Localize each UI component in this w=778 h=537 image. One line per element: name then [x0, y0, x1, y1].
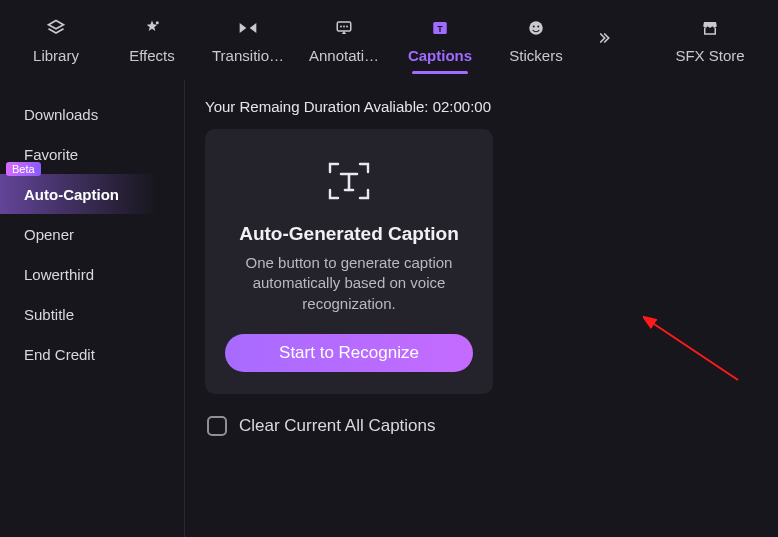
- stickers-icon: [525, 17, 547, 39]
- clear-captions-checkbox[interactable]: [207, 416, 227, 436]
- pointer-arrow-annotation: [643, 314, 753, 394]
- start-recognize-button[interactable]: Start to Recognize: [225, 334, 473, 372]
- transitions-icon: [237, 17, 259, 39]
- svg-point-4: [529, 21, 543, 35]
- tab-label: Effects: [129, 47, 175, 64]
- clear-captions-row: Clear Current All Captions: [207, 416, 758, 436]
- remaining-label: Your Remaing Duration Avaliable:: [205, 98, 433, 115]
- tab-library[interactable]: Library: [8, 0, 104, 80]
- sidebar-item-label: Opener: [24, 226, 74, 243]
- sidebar-item-label: Lowerthird: [24, 266, 94, 283]
- main-area: Downloads Favorite Beta Auto-Caption Ope…: [0, 80, 778, 537]
- tab-label: Stickers: [509, 47, 562, 64]
- svg-point-0: [156, 21, 159, 24]
- tab-annotations[interactable]: Annotati…: [296, 0, 392, 80]
- sidebar-item-downloads[interactable]: Downloads: [0, 94, 184, 134]
- tab-stickers[interactable]: Stickers: [488, 0, 584, 80]
- tabs-overflow[interactable]: [584, 0, 624, 80]
- effects-icon: [141, 17, 163, 39]
- content-panel: Your Remaing Duration Avaliable: 02:00:0…: [185, 80, 778, 537]
- captions-icon: T: [429, 17, 451, 39]
- sidebar-item-label: Subtitle: [24, 306, 74, 323]
- sidebar-item-auto-caption[interactable]: Beta Auto-Caption: [0, 174, 184, 214]
- tab-label: Library: [33, 47, 79, 64]
- card-description: One button to generate caption automatic…: [225, 253, 473, 314]
- sidebar-item-lowerthird[interactable]: Lowerthird: [0, 254, 184, 294]
- tab-sfx-store[interactable]: SFX Store: [650, 0, 770, 80]
- card-title: Auto-Generated Caption: [225, 223, 473, 245]
- sidebar-item-label: Auto-Caption: [24, 186, 119, 203]
- library-icon: [45, 17, 67, 39]
- sidebar-item-label: Favorite: [24, 146, 78, 163]
- remaining-duration: Your Remaing Duration Avaliable: 02:00:0…: [205, 98, 758, 115]
- sidebar-item-label: Downloads: [24, 106, 98, 123]
- auto-caption-card: Auto-Generated Caption One button to gen…: [205, 129, 493, 394]
- svg-point-6: [537, 25, 539, 27]
- annotations-icon: [333, 17, 355, 39]
- sidebar-item-end-credit[interactable]: End Credit: [0, 334, 184, 374]
- sidebar-item-opener[interactable]: Opener: [0, 214, 184, 254]
- chevron-right-double-icon: [596, 30, 612, 51]
- top-tabs: Library Effects Transitio… Annotati… T C…: [0, 0, 778, 80]
- clear-captions-label: Clear Current All Captions: [239, 416, 436, 436]
- tab-label: Captions: [408, 47, 472, 64]
- tab-label: Annotati…: [309, 47, 379, 64]
- tab-effects[interactable]: Effects: [104, 0, 200, 80]
- svg-point-5: [533, 25, 535, 27]
- store-icon: [699, 17, 721, 39]
- tab-transitions[interactable]: Transitio…: [200, 0, 296, 80]
- sidebar-item-label: End Credit: [24, 346, 95, 363]
- beta-badge: Beta: [6, 162, 41, 176]
- remaining-value: 02:00:00: [433, 98, 491, 115]
- tab-label: SFX Store: [675, 47, 744, 64]
- sidebar-item-subtitle[interactable]: Subtitle: [0, 294, 184, 334]
- text-frame-icon: [319, 157, 379, 205]
- svg-text:T: T: [437, 23, 443, 33]
- svg-line-7: [651, 322, 738, 380]
- sidebar: Downloads Favorite Beta Auto-Caption Ope…: [0, 80, 185, 537]
- tab-captions[interactable]: T Captions: [392, 0, 488, 80]
- tab-label: Transitio…: [212, 47, 284, 64]
